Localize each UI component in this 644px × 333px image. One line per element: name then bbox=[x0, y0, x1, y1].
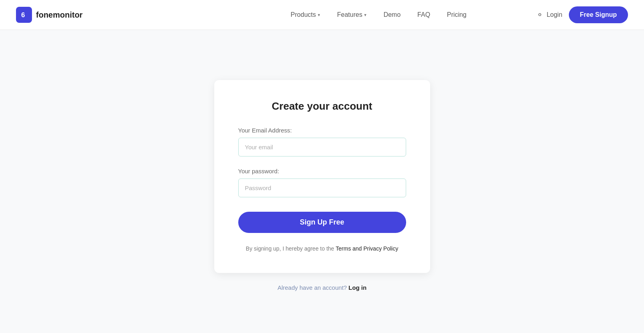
user-icon: ⚬ bbox=[536, 10, 543, 20]
svg-text:6: 6 bbox=[21, 11, 25, 19]
email-group: Your Email Address: bbox=[238, 127, 406, 156]
password-group: Your password: bbox=[238, 168, 406, 197]
logo[interactable]: 6 fonemonitor bbox=[16, 7, 83, 23]
email-input[interactable] bbox=[238, 138, 406, 156]
login-area[interactable]: ⚬ Login bbox=[536, 10, 562, 20]
header-right: ⚬ Login Free Signup bbox=[536, 6, 628, 23]
header: 6 fonemonitor Products ▾ Features ▾ Demo… bbox=[0, 0, 644, 30]
logo-text: fonemonitor bbox=[36, 10, 83, 20]
signup-form: Your Email Address: Your password: Sign … bbox=[238, 127, 406, 253]
nav-features[interactable]: Features ▾ bbox=[331, 8, 373, 22]
login-link[interactable]: Log in bbox=[349, 284, 367, 291]
nav-faq[interactable]: FAQ bbox=[411, 8, 437, 22]
card-title: Create your account bbox=[238, 100, 406, 112]
signup-button[interactable]: Sign Up Free bbox=[238, 212, 406, 233]
nav-demo[interactable]: Demo bbox=[377, 8, 407, 22]
chevron-down-icon: ▾ bbox=[364, 12, 367, 18]
chevron-down-icon: ▾ bbox=[318, 12, 320, 18]
terms-text: By signing up, I hereby agree to the Ter… bbox=[238, 244, 406, 253]
main-content: Create your account Your Email Address: … bbox=[0, 30, 644, 333]
terms-link[interactable]: Terms and Privacy Policy bbox=[336, 245, 398, 252]
password-label: Your password: bbox=[238, 168, 406, 175]
logo-icon: 6 bbox=[16, 7, 32, 23]
signup-card: Create your account Your Email Address: … bbox=[214, 80, 430, 273]
main-nav: Products ▾ Features ▾ Demo FAQ Pricing bbox=[284, 8, 473, 22]
password-input[interactable] bbox=[238, 179, 406, 197]
already-account-text: Already have an account? Log in bbox=[277, 284, 367, 291]
email-label: Your Email Address: bbox=[238, 127, 406, 134]
nav-products[interactable]: Products ▾ bbox=[284, 8, 327, 22]
login-label: Login bbox=[546, 11, 562, 18]
nav-pricing[interactable]: Pricing bbox=[441, 8, 473, 22]
free-signup-button[interactable]: Free Signup bbox=[569, 6, 628, 23]
